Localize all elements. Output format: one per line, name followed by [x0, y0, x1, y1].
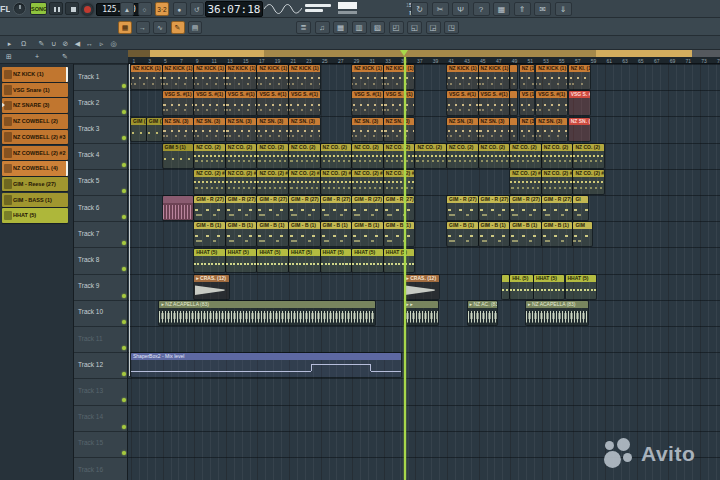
track-led[interactable] — [122, 320, 126, 324]
save-icon[interactable]: ▦ — [493, 2, 510, 16]
pattern-clip[interactable]: VSG S. #(1) — [569, 91, 590, 115]
track-header[interactable]: Track 3 — [78, 125, 99, 133]
pattern-clip[interactable]: NZ CO. (2) — [447, 144, 478, 168]
pattern-clip[interactable]: GIM - B (1) — [352, 222, 383, 246]
pattern-clip[interactable] — [502, 275, 509, 299]
track-header[interactable]: Track 16 — [78, 466, 103, 474]
scrollbar-segment[interactable] — [264, 50, 596, 57]
track-header[interactable]: Track 15 — [78, 439, 103, 447]
record-button[interactable] — [82, 4, 93, 15]
pattern-clip[interactable]: GIM - R (27) — [194, 196, 225, 220]
track-header[interactable]: Track 14 — [78, 413, 103, 421]
pattern-clip[interactable]: NZ CO. (2) — [384, 144, 415, 168]
pattern-clip[interactable]: NZ KI. (1) — [569, 65, 590, 89]
track-led[interactable] — [122, 110, 126, 114]
pattern-item[interactable]: NZ KICK (1) — [2, 67, 68, 82]
pattern-clip[interactable]: NZ CO. (2) #2 — [352, 170, 383, 194]
pattern-clip[interactable]: GIM - B (1) — [510, 222, 541, 246]
pattern-item[interactable]: NZ COWBELL (2) #2 — [2, 146, 68, 161]
pattern-clip[interactable]: NZ KICK (1) — [131, 65, 162, 89]
pattern-clip[interactable]: GIM - R (27) — [384, 196, 415, 220]
pattern-item[interactable]: NZ COWBELL (2) — [2, 114, 68, 129]
track-led[interactable] — [122, 346, 126, 350]
overdub-icon[interactable]: ● — [173, 2, 187, 16]
track-header[interactable]: Track 8 — [78, 256, 99, 264]
slide-icon[interactable]: ∿ — [153, 21, 167, 34]
pattern-clip[interactable]: VS (1) — [520, 91, 535, 115]
pattern-clip[interactable]: GI — [573, 196, 588, 220]
speaker-icon[interactable]: ◀ — [72, 38, 83, 50]
pattern-clip[interactable]: HHAT (5) — [226, 249, 257, 273]
pattern-clip[interactable]: NZ KICK (1) — [352, 65, 383, 89]
pattern-clip[interactable]: GIM - B (1) — [479, 222, 510, 246]
pattern-clip[interactable]: NZ KICK (1) — [384, 65, 415, 89]
pattern-clip[interactable]: VSG S. #(1) — [384, 91, 415, 115]
pattern-clip[interactable]: NZ CO. (2) — [194, 144, 225, 168]
track-led[interactable] — [122, 267, 126, 271]
scrollbar-segment[interactable] — [692, 50, 720, 57]
metronome-icon[interactable]: ▲ — [120, 2, 134, 16]
project-picker-icon[interactable]: ◰ — [389, 21, 404, 34]
pattern-clip[interactable]: GIM - R (27) — [226, 196, 257, 220]
pattern-clip[interactable]: NZ SN. (3) — [226, 118, 257, 142]
pattern-clip[interactable]: NZ SN. (3) — [352, 118, 383, 142]
pattern-clip[interactable]: VSG S. #(1) — [447, 91, 478, 115]
pattern-clip[interactable] — [510, 118, 517, 142]
playhead-line[interactable] — [404, 57, 406, 480]
pattern-clip[interactable]: HHAT (5) — [289, 249, 320, 273]
track-led[interactable] — [122, 425, 126, 429]
pattern-clip[interactable]: GIM - R (27) — [289, 196, 320, 220]
pattern-clip[interactable]: GIM - B (1) — [384, 222, 415, 246]
track-led[interactable] — [122, 163, 126, 167]
pattern-clip[interactable]: GIM (1) — [147, 118, 162, 142]
pattern-clip[interactable]: HHAT (5) — [352, 249, 383, 273]
pattern-clip[interactable]: NZ CO. (2) #2 — [194, 170, 225, 194]
pattern-item[interactable]: NZ SNARE (3) — [2, 98, 68, 113]
track-led[interactable] — [122, 136, 126, 140]
audio-clip[interactable]: ▸ CRAS. (12) — [194, 275, 229, 299]
pattern-clip[interactable]: GIM - R (27) — [257, 196, 288, 220]
pattern-clip[interactable]: NZ CO. (2) — [289, 144, 320, 168]
pattern-clip[interactable]: GIM - B (1) — [194, 222, 225, 246]
time-display[interactable]: 36:07:18 — [205, 1, 263, 17]
audio-clip[interactable] — [163, 196, 194, 220]
step-edit-icon[interactable]: → — [136, 21, 150, 34]
plugin-picker-icon[interactable]: ◱ — [407, 21, 422, 34]
track-header[interactable]: Track 9 — [78, 282, 99, 290]
pattern-clip[interactable]: VSG S. #(1) — [479, 91, 510, 115]
audio-clip[interactable]: ▸ CRAS. (12) — [404, 275, 439, 299]
pattern-clip[interactable]: NZ CO. (2) — [573, 144, 604, 168]
track-header[interactable]: Track 6 — [78, 204, 99, 212]
pattern-clip[interactable]: GIM - R (27) — [542, 196, 573, 220]
pattern-clip[interactable]: NZ SN. (3) — [447, 118, 478, 142]
track-header[interactable]: Track 13 — [78, 387, 103, 395]
mixer-icon[interactable]: ▥ — [352, 21, 367, 34]
pattern-clip[interactable]: HHAT (5) — [566, 275, 597, 299]
pointer-icon[interactable]: ▹ — [96, 38, 107, 50]
pattern-clip[interactable]: GIM 5 (1) — [163, 144, 194, 168]
song-mode-button[interactable]: SONG — [30, 2, 47, 15]
pattern-item[interactable]: NZ COWBELL (4) — [2, 161, 68, 176]
pattern-clip[interactable]: NZ CO. (2) #2 — [226, 170, 257, 194]
typing-keyboard-icon[interactable]: ▦ — [118, 21, 132, 34]
tempo-display[interactable]: 125.000 — [96, 3, 142, 16]
pattern-clip[interactable]: NZ CO. (2) #2 — [573, 170, 604, 194]
magnet-icon[interactable]: ∪ — [48, 38, 59, 50]
pattern-clip[interactable] — [510, 65, 517, 89]
pattern-clip[interactable]: GIM - B (1) — [289, 222, 320, 246]
pattern-clip[interactable]: HHAT (5) — [321, 249, 352, 273]
browser-icon[interactable]: ▧ — [370, 21, 385, 34]
pattern-clip[interactable]: NZ CO. (2) — [257, 144, 288, 168]
scrollbar-segment[interactable] — [150, 50, 264, 57]
track-led[interactable] — [122, 84, 126, 88]
audio-clip[interactable]: ▸ NZ ACAPELLA (83) — [526, 301, 588, 325]
picker-toggle-icon[interactable]: ⊞ — [3, 51, 15, 63]
pattern-clip[interactable]: NZ KICK (1) — [289, 65, 320, 89]
export-icon[interactable]: ⇑ — [514, 2, 531, 16]
audio-clip[interactable]: ▸ NZ AC. (83) — [468, 301, 497, 325]
pattern-clip[interactable]: VSG S. #(1) — [536, 91, 567, 115]
pattern-clip[interactable]: NZ CO. (2) — [542, 144, 573, 168]
playhead-marker-icon[interactable] — [400, 50, 408, 56]
scrollbar-segment[interactable] — [596, 50, 692, 57]
pattern-clip[interactable]: VSG S. #(1) — [163, 91, 194, 115]
